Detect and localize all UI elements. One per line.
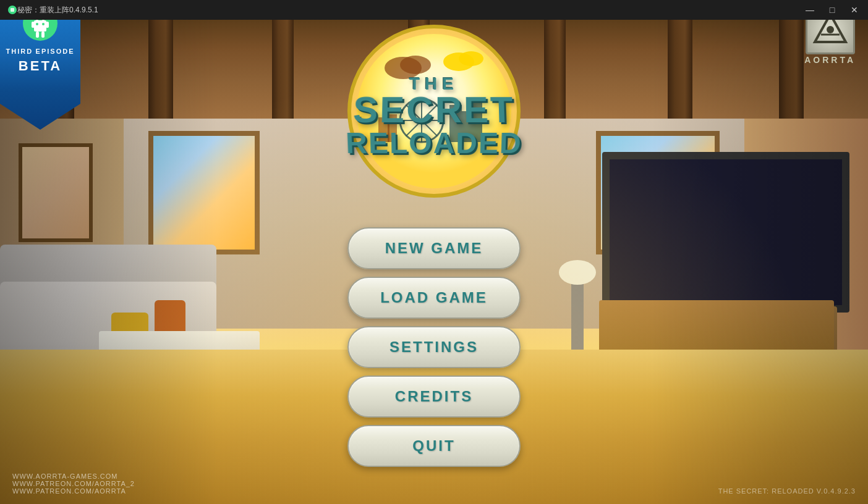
badge-label: THIRD EPISODE BETA xyxy=(0,44,80,75)
wall-painting xyxy=(19,143,93,242)
minimize-button[interactable]: — xyxy=(804,6,816,14)
beam-3 xyxy=(272,20,294,119)
lamp-shade xyxy=(559,260,596,285)
badge-third: THIRD xyxy=(6,48,33,55)
svg-rect-9 xyxy=(46,22,49,28)
window-title: 秘密：重装上阵0.4.9.5.1 xyxy=(17,5,804,15)
logo-reloaded: RELOADED xyxy=(334,126,534,160)
quit-button[interactable]: QUIT xyxy=(347,425,521,467)
main-menu: NEW GAME LOAD GAME SETTINGS CREDITS QUIT xyxy=(347,227,521,467)
svg-rect-3 xyxy=(34,20,46,32)
titlebar: 秘密：重装上阵0.4.9.5.1 — □ ✕ xyxy=(0,0,868,20)
credits-button[interactable]: CREDITS xyxy=(347,376,521,418)
aorrta-name: AORRTA xyxy=(804,55,856,65)
app-icon xyxy=(7,5,17,15)
patreon-link-2[interactable]: WWW.PATREON.COM/AORRTA xyxy=(12,487,135,495)
svg-point-31 xyxy=(827,26,834,33)
close-button[interactable]: ✕ xyxy=(848,6,861,14)
svg-rect-8 xyxy=(32,22,35,28)
maximize-button[interactable]: □ xyxy=(826,6,838,14)
svg-rect-11 xyxy=(41,32,45,38)
beam-5 xyxy=(544,20,566,119)
new-game-button[interactable]: NEW GAME xyxy=(347,227,521,269)
svg-rect-10 xyxy=(36,32,39,38)
svg-point-12 xyxy=(36,23,38,25)
svg-point-18 xyxy=(459,51,483,66)
logo-text: THE SECRET RELOADED xyxy=(335,74,533,160)
website-link[interactable]: WWW.AORRTA-GAMES.COM xyxy=(12,472,135,480)
badge-beta: BETA xyxy=(19,58,62,74)
beam-6 xyxy=(668,20,692,119)
patreon-link-1[interactable]: WWW.PATREON.COM/AORRTA_2 xyxy=(12,480,135,487)
settings-button[interactable]: SETTINGS xyxy=(347,326,521,368)
beam-2 xyxy=(148,20,173,119)
logo-secret: SECRET xyxy=(334,91,534,128)
svg-rect-1 xyxy=(11,8,14,12)
game-logo: THE SECRET RELOADED xyxy=(335,25,533,198)
badge-episode: EPISODE xyxy=(36,48,75,55)
window-left xyxy=(148,131,260,254)
svg-point-13 xyxy=(42,23,45,25)
window-controls: — □ ✕ xyxy=(804,6,861,14)
version-text: THE SECRET: RELOADED V.0.4.9.2.3 xyxy=(718,487,856,495)
svg-point-16 xyxy=(400,56,431,74)
load-game-button[interactable]: LOAD GAME xyxy=(347,277,521,319)
tv-screen xyxy=(602,152,849,313)
beam-7 xyxy=(779,20,804,119)
footer-links: WWW.AORRTA-GAMES.COM WWW.PATREON.COM/AOR… xyxy=(12,472,135,495)
